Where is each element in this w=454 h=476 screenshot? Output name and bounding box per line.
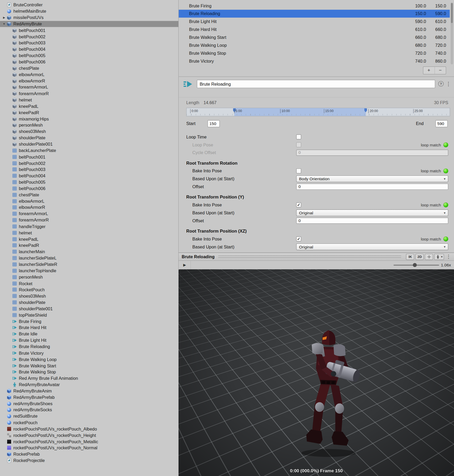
hierarchy-item[interactable]: shoulderPlate xyxy=(0,299,178,306)
hierarchy-item[interactable]: elbowArmorR xyxy=(0,204,178,211)
timeline-scrubber[interactable] xyxy=(191,261,393,269)
hierarchy-item[interactable]: RedArmyBruteAnim xyxy=(0,388,178,394)
ik-toggle-button[interactable]: IK xyxy=(406,254,414,260)
hierarchy-item[interactable]: Brute Light Hit xyxy=(0,337,178,344)
preview-menu-icon[interactable]: ⋮ xyxy=(446,254,451,260)
hierarchy-item[interactable]: beltPouch005 xyxy=(0,179,178,185)
collapse-arrow-icon[interactable]: ▼ xyxy=(2,22,7,25)
hierarchy-item[interactable]: beltPouch003 xyxy=(0,40,178,46)
hierarchy-item[interactable]: shoulderPlate xyxy=(0,135,178,141)
hierarchy-item[interactable]: beltPouch002 xyxy=(0,160,178,166)
hierarchy-item[interactable]: rocketPouchPostUVs_rocketPouch_Albedo xyxy=(0,426,178,432)
clip-name-input[interactable] xyxy=(197,80,435,88)
hierarchy-item[interactable]: RocketPouch xyxy=(0,286,178,293)
hierarchy-item[interactable]: helmet xyxy=(0,230,178,236)
hierarchy-item[interactable]: shoulderPlate001 xyxy=(0,306,178,312)
rotation-offset-field[interactable]: 0 xyxy=(296,184,448,190)
clip-row[interactable]: Brute Firing100.0150.0 xyxy=(179,2,450,10)
drag-handle[interactable] xyxy=(218,256,401,258)
hierarchy-item[interactable]: Red Army Brute Full Animation xyxy=(0,375,178,381)
posy-bake-checkbox[interactable] xyxy=(296,202,301,207)
clip-row[interactable]: Brute Walking Loop680.0720.0 xyxy=(179,41,450,49)
avatar-selector-icon[interactable] xyxy=(434,254,444,260)
hierarchy-item[interactable]: mixamorig:Hips xyxy=(0,116,178,122)
hierarchy-item[interactable]: beltPouch001 xyxy=(0,154,178,160)
clip-row[interactable]: Brute Light Hit590.0610.0 xyxy=(179,18,450,26)
hierarchy-item[interactable]: Brute Walking Start xyxy=(0,363,178,369)
hierarchy-item[interactable]: elbowArmorR xyxy=(0,78,178,84)
help-icon[interactable]: ? xyxy=(438,81,444,87)
timeline-ruler[interactable]: 0:005:0010:0015:0020:0025:00 xyxy=(186,108,450,116)
hierarchy-item[interactable]: shoulderPlate001 xyxy=(0,141,178,147)
hierarchy-item[interactable]: RocketPrefab xyxy=(0,451,178,457)
play-button[interactable]: ▶ xyxy=(179,261,191,269)
hierarchy-item[interactable]: Brute Firing xyxy=(0,318,178,325)
hierarchy-item[interactable]: rocketPouchPostUVs_rocketPouch_Normal xyxy=(0,445,178,451)
clip-row[interactable]: Brute Walking Start660.0680.0 xyxy=(179,33,450,41)
hierarchy-item[interactable]: shoes03Mesh xyxy=(0,128,178,135)
hierarchy-item[interactable]: beltPouch001 xyxy=(0,27,178,34)
slider-knob[interactable] xyxy=(413,263,417,267)
speed-slider[interactable] xyxy=(393,261,439,269)
hierarchy-item[interactable]: #RocketProjectile xyxy=(0,457,178,464)
hierarchy-item[interactable]: launcherMain xyxy=(0,249,178,255)
hierarchy-item[interactable]: RedArmyBruteAvatar xyxy=(0,381,178,388)
hierarchy-item[interactable]: beltPouch002 xyxy=(0,34,178,40)
hierarchy-item[interactable]: beltPouch003 xyxy=(0,166,178,173)
hierarchy-item[interactable]: backLauncherPlate xyxy=(0,147,178,154)
rotation-bake-checkbox[interactable] xyxy=(296,168,301,173)
hierarchy-item[interactable]: shoes03Mesh xyxy=(0,293,178,299)
posy-offset-field[interactable]: 0 xyxy=(296,218,448,224)
clip-list-scrollbar[interactable] xyxy=(451,2,453,64)
hierarchy-item[interactable]: rocketPouch xyxy=(0,419,178,426)
hierarchy-item[interactable]: chestPlate xyxy=(0,65,178,71)
hierarchy-item[interactable]: Rocket xyxy=(0,280,178,286)
hierarchy-item[interactable]: forearmArmorL xyxy=(0,211,178,217)
remove-clip-button[interactable]: − xyxy=(435,67,446,74)
hierarchy-item[interactable]: beltPouch006 xyxy=(0,59,178,65)
expand-arrow-icon[interactable]: ▶ xyxy=(2,16,7,19)
hierarchy-item[interactable]: beltPouch006 xyxy=(0,185,178,192)
hierarchy-item[interactable]: topPlateShield xyxy=(0,312,178,318)
hierarchy-item[interactable]: beltPouch005 xyxy=(0,52,178,59)
scrollbar-thumb[interactable] xyxy=(451,3,453,23)
hierarchy-item[interactable]: kneePadL xyxy=(0,236,178,242)
hierarchy-item[interactable]: Brute Walking Loop xyxy=(0,356,178,363)
hierarchy-item[interactable]: redArmyBruteShoes xyxy=(0,400,178,407)
clip-row[interactable]: Brute Victory740.0860.0 xyxy=(179,57,450,65)
hierarchy-item[interactable]: redArmyBruteSocks xyxy=(0,407,178,413)
hierarchy-item[interactable]: launcherSidePlateL xyxy=(0,255,178,261)
hierarchy-item[interactable]: beltPouch004 xyxy=(0,46,178,52)
hierarchy-item[interactable]: Brute Idle xyxy=(0,331,178,337)
add-clip-button[interactable]: + xyxy=(423,67,435,74)
hierarchy-item[interactable]: elbowArmorL xyxy=(0,198,178,204)
context-menu-icon[interactable]: ⋮ xyxy=(446,81,451,87)
hierarchy-item[interactable]: RedArmyBrutePrefab xyxy=(0,394,178,400)
hierarchy-item[interactable]: chestPlate xyxy=(0,192,178,198)
pivot-icon[interactable] xyxy=(425,254,433,260)
clip-row[interactable]: Brute Hard Hit610.0660.0 xyxy=(179,25,450,33)
start-frame-input[interactable] xyxy=(207,120,220,127)
hierarchy-item[interactable]: ▼RedArmyBrute xyxy=(0,21,178,27)
preview-header[interactable]: Brute Reloading IK 2D ⋮ xyxy=(179,253,454,261)
posy-based-dropdown[interactable]: Original xyxy=(296,210,448,216)
posxz-bake-checkbox[interactable] xyxy=(296,237,301,241)
hierarchy-item[interactable]: Brute Walking Stop xyxy=(0,369,178,375)
hierarchy-item[interactable]: beltPouch004 xyxy=(0,173,178,179)
loop-time-checkbox[interactable] xyxy=(296,135,301,139)
hierarchy-item[interactable]: Brute Victory xyxy=(0,350,178,356)
hierarchy-item[interactable]: rocketPouchPostUVs_rocketPouch_Metallic xyxy=(0,438,178,445)
hierarchy-item[interactable]: personMesh xyxy=(0,122,178,128)
hierarchy-item[interactable]: #BruteController xyxy=(0,2,178,8)
hierarchy-item[interactable]: forearmArmorL xyxy=(0,84,178,90)
clip-row[interactable]: Brute Walking Stop720.0740.0 xyxy=(179,49,450,57)
hierarchy-item[interactable]: helmet xyxy=(0,97,178,103)
hierarchy-item[interactable]: Brute Reloading xyxy=(0,344,178,350)
hierarchy-item[interactable]: personMesh xyxy=(0,274,178,280)
hierarchy-item[interactable]: ▶missilePostUVs xyxy=(0,15,178,21)
hierarchy-item[interactable]: launcherTopHandle xyxy=(0,267,178,274)
hierarchy-item[interactable]: launcherSidePlateR xyxy=(0,261,178,267)
hierarchy-item[interactable]: kneePadR xyxy=(0,109,178,116)
hierarchy-item[interactable]: redSuitBrute xyxy=(0,413,178,419)
hierarchy-item[interactable]: kneePadL xyxy=(0,103,178,109)
